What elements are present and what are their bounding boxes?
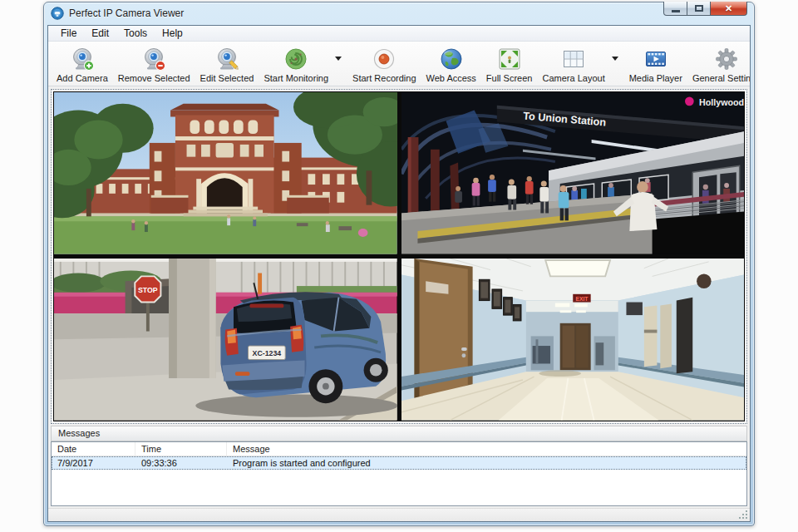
camera-feed-4[interactable]: EXIT: [401, 259, 745, 421]
menu-tools[interactable]: Tools: [116, 26, 155, 41]
app-window: Perfect IP Camera Viewer ✕ File Edit Too…: [43, 2, 755, 526]
start-recording-button[interactable]: Start Recording: [347, 43, 421, 86]
menubar: File Edit Tools Help: [48, 26, 750, 42]
edit-selected-button[interactable]: Edit Selected: [195, 43, 259, 86]
subway-station-image: To Union Station Hollywood: [401, 92, 745, 254]
resize-grip-icon[interactable]: [738, 510, 748, 520]
campus-building-image: [54, 92, 397, 254]
messages-panel-header: Messages: [51, 426, 747, 441]
webcam-edit-icon: [214, 47, 239, 71]
film-play-icon: [643, 47, 668, 71]
minimize-icon: [672, 10, 680, 12]
column-header-message[interactable]: Message: [227, 442, 746, 456]
statusbar: [48, 508, 750, 521]
start-monitoring-button[interactable]: Start Monitoring: [259, 43, 333, 86]
camera-feed-2[interactable]: To Union Station Hollywood: [401, 92, 745, 254]
camera-grid: To Union Station Hollywood: [53, 91, 745, 421]
parking-garage-image: STOP: [54, 259, 397, 421]
client-area: File Edit Tools Help A: [47, 25, 751, 522]
globe-icon: [439, 47, 464, 71]
webcam-remove-icon: [141, 47, 166, 71]
column-header-date[interactable]: Date: [52, 442, 135, 456]
hollywood-sign: Hollywood: [699, 97, 744, 107]
start-recording-icon: [372, 47, 397, 71]
messages-title: Messages: [58, 428, 100, 438]
minimize-button[interactable]: [663, 2, 687, 16]
web-access-button[interactable]: Web Access: [421, 43, 481, 86]
column-header-time[interactable]: Time: [135, 442, 227, 456]
edit-selected-label: Edit Selected: [200, 73, 254, 83]
camera-feed-3[interactable]: STOP: [54, 259, 397, 421]
fullscreen-icon: [497, 47, 522, 71]
message-row[interactable]: 7/9/2017 09:33:36 Program is started and…: [52, 456, 746, 470]
general-settings-label: General Settings: [692, 73, 751, 83]
grid-layout-icon: [561, 47, 586, 71]
exit-sign: EXIT: [575, 296, 589, 302]
window-title: Perfect IP Camera Viewer: [69, 7, 184, 19]
general-settings-button[interactable]: General Settings: [687, 43, 751, 86]
message-text: Program is started and configured: [227, 458, 746, 468]
maximize-icon: [695, 5, 703, 12]
video-panel: To Union Station Hollywood: [51, 89, 747, 423]
messages-list: Date Time Message 7/9/2017 09:33:36 Prog…: [51, 441, 747, 506]
full-screen-button[interactable]: Full Screen: [481, 43, 538, 86]
full-screen-label: Full Screen: [486, 73, 533, 83]
app-icon: [51, 7, 64, 20]
license-plate: XC-1234: [253, 349, 282, 357]
stop-sign: STOP: [138, 286, 158, 294]
add-camera-button[interactable]: Add Camera: [52, 43, 113, 86]
web-access-label: Web Access: [426, 73, 476, 83]
messages-column-headers: Date Time Message: [52, 442, 746, 456]
menu-edit[interactable]: Edit: [84, 26, 116, 41]
webcam-add-icon: [70, 47, 95, 71]
start-monitoring-label: Start Monitoring: [264, 73, 328, 83]
toolbar: Add Camera Remove Selected: [48, 42, 750, 86]
menu-help[interactable]: Help: [155, 26, 190, 41]
titlebar[interactable]: Perfect IP Camera Viewer ✕: [44, 2, 754, 24]
close-button[interactable]: ✕: [711, 2, 747, 16]
remove-selected-button[interactable]: Remove Selected: [113, 43, 195, 86]
remove-selected-label: Remove Selected: [118, 73, 190, 83]
hospital-corridor-image: EXIT: [401, 259, 745, 421]
media-player-label: Media Player: [629, 73, 682, 83]
message-date: 7/9/2017: [52, 458, 135, 468]
gear-icon: [714, 47, 739, 71]
menu-file[interactable]: File: [53, 26, 84, 41]
camera-layout-dropdown[interactable]: [610, 43, 624, 86]
camera-layout-button[interactable]: Camera Layout: [537, 43, 609, 86]
camera-layout-label: Camera Layout: [542, 73, 604, 83]
start-recording-label: Start Recording: [352, 73, 416, 83]
close-icon: ✕: [725, 3, 732, 14]
chevron-down-icon: [335, 57, 342, 61]
message-time: 09:33:36: [135, 458, 227, 468]
chevron-down-icon: [612, 57, 618, 61]
media-player-button[interactable]: Media Player: [624, 43, 687, 86]
camera-feed-1[interactable]: [54, 92, 397, 254]
add-camera-label: Add Camera: [57, 73, 108, 83]
start-monitoring-dropdown[interactable]: [333, 43, 347, 86]
maximize-button[interactable]: [687, 2, 711, 16]
start-monitoring-icon: [283, 47, 308, 71]
